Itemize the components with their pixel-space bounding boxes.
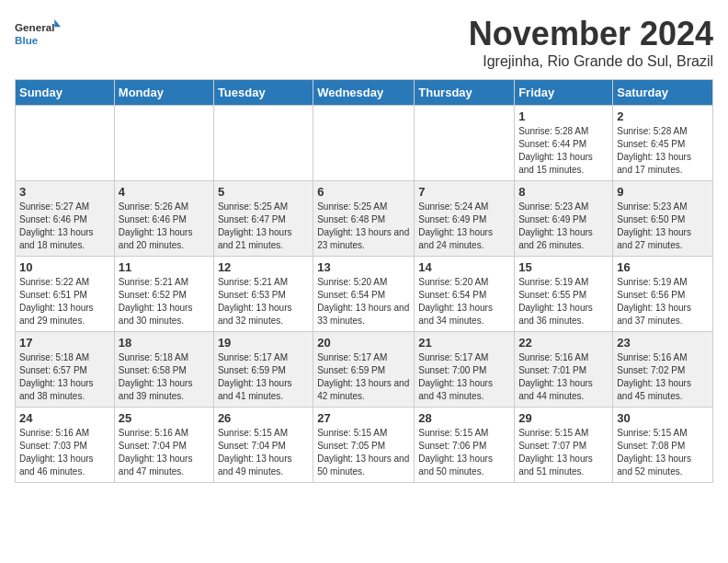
location-subtitle: Igrejinha, Rio Grande do Sul, Brazil (469, 53, 713, 70)
header-thursday: Thursday (415, 80, 515, 106)
calendar-cell: 14Sunrise: 5:20 AM Sunset: 6:54 PM Dayli… (415, 257, 515, 332)
week-row-3: 10Sunrise: 5:22 AM Sunset: 6:51 PM Dayli… (16, 257, 713, 332)
calendar-cell: 15Sunrise: 5:19 AM Sunset: 6:55 PM Dayli… (515, 257, 613, 332)
calendar-cell: 2Sunrise: 5:28 AM Sunset: 6:45 PM Daylig… (613, 106, 713, 181)
calendar-cell: 26Sunrise: 5:15 AM Sunset: 7:04 PM Dayli… (213, 408, 313, 483)
day-info: Sunrise: 5:27 AM Sunset: 6:46 PM Dayligh… (19, 201, 110, 252)
calendar-cell: 18Sunrise: 5:18 AM Sunset: 6:58 PM Dayli… (114, 332, 213, 408)
svg-marker-2 (54, 19, 61, 27)
day-info: Sunrise: 5:17 AM Sunset: 7:00 PM Dayligh… (418, 351, 510, 403)
calendar-cell: 7Sunrise: 5:24 AM Sunset: 6:49 PM Daylig… (415, 181, 515, 257)
header-wednesday: Wednesday (313, 80, 415, 106)
logo: General Blue (15, 15, 61, 52)
calendar-cell: 23Sunrise: 5:16 AM Sunset: 7:02 PM Dayli… (613, 332, 713, 408)
day-info: Sunrise: 5:20 AM Sunset: 6:54 PM Dayligh… (317, 276, 410, 327)
day-number: 9 (617, 185, 709, 199)
day-info: Sunrise: 5:24 AM Sunset: 6:49 PM Dayligh… (418, 201, 510, 252)
logo-svg: General Blue (15, 15, 61, 52)
day-info: Sunrise: 5:17 AM Sunset: 6:59 PM Dayligh… (218, 351, 309, 403)
month-title: November 2024 (469, 15, 713, 53)
day-info: Sunrise: 5:15 AM Sunset: 7:05 PM Dayligh… (317, 427, 410, 478)
page-header: General Blue November 2024 Igrejinha, Ri… (15, 15, 713, 70)
day-number: 10 (19, 260, 110, 274)
calendar-cell: 29Sunrise: 5:15 AM Sunset: 7:07 PM Dayli… (515, 408, 613, 483)
day-info: Sunrise: 5:16 AM Sunset: 7:03 PM Dayligh… (19, 427, 110, 478)
day-info: Sunrise: 5:15 AM Sunset: 7:06 PM Dayligh… (418, 427, 510, 478)
day-info: Sunrise: 5:26 AM Sunset: 6:46 PM Dayligh… (119, 201, 210, 252)
day-info: Sunrise: 5:16 AM Sunset: 7:01 PM Dayligh… (518, 351, 609, 403)
day-number: 28 (418, 411, 510, 425)
calendar-cell: 21Sunrise: 5:17 AM Sunset: 7:00 PM Dayli… (415, 332, 515, 408)
day-number: 17 (19, 336, 110, 350)
week-row-2: 3Sunrise: 5:27 AM Sunset: 6:46 PM Daylig… (16, 181, 713, 257)
day-number: 6 (317, 185, 410, 199)
day-number: 27 (317, 411, 410, 425)
day-number: 1 (518, 109, 609, 123)
day-info: Sunrise: 5:25 AM Sunset: 6:47 PM Dayligh… (218, 201, 309, 252)
day-number: 14 (418, 260, 510, 274)
day-number: 11 (119, 260, 210, 274)
day-number: 25 (119, 411, 210, 425)
day-info: Sunrise: 5:28 AM Sunset: 6:44 PM Dayligh… (518, 125, 609, 177)
day-info: Sunrise: 5:16 AM Sunset: 7:02 PM Dayligh… (617, 351, 709, 403)
header-sunday: Sunday (16, 80, 115, 106)
calendar-cell: 17Sunrise: 5:18 AM Sunset: 6:57 PM Dayli… (16, 332, 115, 408)
calendar-cell (213, 106, 313, 181)
day-info: Sunrise: 5:19 AM Sunset: 6:55 PM Dayligh… (518, 276, 609, 327)
day-info: Sunrise: 5:28 AM Sunset: 6:45 PM Dayligh… (617, 125, 709, 177)
calendar-cell: 10Sunrise: 5:22 AM Sunset: 6:51 PM Dayli… (16, 257, 115, 332)
calendar-table: SundayMondayTuesdayWednesdayThursdayFrid… (15, 79, 713, 483)
day-number: 22 (518, 336, 609, 350)
svg-text:General: General (15, 21, 54, 33)
calendar-cell (16, 106, 115, 181)
day-info: Sunrise: 5:25 AM Sunset: 6:48 PM Dayligh… (317, 201, 410, 252)
day-info: Sunrise: 5:17 AM Sunset: 6:59 PM Dayligh… (317, 351, 410, 403)
calendar-cell: 30Sunrise: 5:15 AM Sunset: 7:08 PM Dayli… (613, 408, 713, 483)
calendar-cell: 25Sunrise: 5:16 AM Sunset: 7:04 PM Dayli… (114, 408, 213, 483)
calendar-cell: 8Sunrise: 5:23 AM Sunset: 6:49 PM Daylig… (515, 181, 613, 257)
day-info: Sunrise: 5:15 AM Sunset: 7:04 PM Dayligh… (218, 427, 309, 478)
day-number: 29 (518, 411, 609, 425)
day-info: Sunrise: 5:18 AM Sunset: 6:57 PM Dayligh… (19, 351, 110, 403)
day-number: 4 (119, 185, 210, 199)
day-info: Sunrise: 5:21 AM Sunset: 6:53 PM Dayligh… (218, 276, 309, 327)
day-number: 7 (418, 185, 510, 199)
calendar-cell: 9Sunrise: 5:23 AM Sunset: 6:50 PM Daylig… (613, 181, 713, 257)
day-number: 30 (617, 411, 709, 425)
day-info: Sunrise: 5:23 AM Sunset: 6:49 PM Dayligh… (518, 201, 609, 252)
day-info: Sunrise: 5:16 AM Sunset: 7:04 PM Dayligh… (119, 427, 210, 478)
day-number: 16 (617, 260, 709, 274)
header-friday: Friday (515, 80, 613, 106)
calendar-cell: 28Sunrise: 5:15 AM Sunset: 7:06 PM Dayli… (415, 408, 515, 483)
week-row-5: 24Sunrise: 5:16 AM Sunset: 7:03 PM Dayli… (16, 408, 713, 483)
calendar-cell: 12Sunrise: 5:21 AM Sunset: 6:53 PM Dayli… (213, 257, 313, 332)
calendar-cell: 20Sunrise: 5:17 AM Sunset: 6:59 PM Dayli… (313, 332, 415, 408)
calendar-cell: 19Sunrise: 5:17 AM Sunset: 6:59 PM Dayli… (213, 332, 313, 408)
day-info: Sunrise: 5:15 AM Sunset: 7:08 PM Dayligh… (617, 427, 709, 478)
calendar-cell: 24Sunrise: 5:16 AM Sunset: 7:03 PM Dayli… (16, 408, 115, 483)
calendar-cell: 6Sunrise: 5:25 AM Sunset: 6:48 PM Daylig… (313, 181, 415, 257)
day-number: 24 (19, 411, 110, 425)
day-number: 18 (119, 336, 210, 350)
day-info: Sunrise: 5:15 AM Sunset: 7:07 PM Dayligh… (518, 427, 609, 478)
title-block: November 2024 Igrejinha, Rio Grande do S… (469, 15, 713, 70)
calendar-cell: 5Sunrise: 5:25 AM Sunset: 6:47 PM Daylig… (213, 181, 313, 257)
calendar-cell: 3Sunrise: 5:27 AM Sunset: 6:46 PM Daylig… (16, 181, 115, 257)
day-number: 21 (418, 336, 510, 350)
day-number: 3 (19, 185, 110, 199)
day-info: Sunrise: 5:20 AM Sunset: 6:54 PM Dayligh… (418, 276, 510, 327)
day-info: Sunrise: 5:19 AM Sunset: 6:56 PM Dayligh… (617, 276, 709, 327)
day-number: 23 (617, 336, 709, 350)
day-number: 5 (218, 185, 309, 199)
header-saturday: Saturday (613, 80, 713, 106)
day-number: 20 (317, 336, 410, 350)
day-number: 13 (317, 260, 410, 274)
day-number: 12 (218, 260, 309, 274)
day-info: Sunrise: 5:22 AM Sunset: 6:51 PM Dayligh… (19, 276, 110, 327)
svg-text:Blue: Blue (15, 34, 39, 46)
calendar-cell (415, 106, 515, 181)
header-monday: Monday (114, 80, 213, 106)
calendar-cell: 22Sunrise: 5:16 AM Sunset: 7:01 PM Dayli… (515, 332, 613, 408)
calendar-cell: 16Sunrise: 5:19 AM Sunset: 6:56 PM Dayli… (613, 257, 713, 332)
calendar-cell: 1Sunrise: 5:28 AM Sunset: 6:44 PM Daylig… (515, 106, 613, 181)
